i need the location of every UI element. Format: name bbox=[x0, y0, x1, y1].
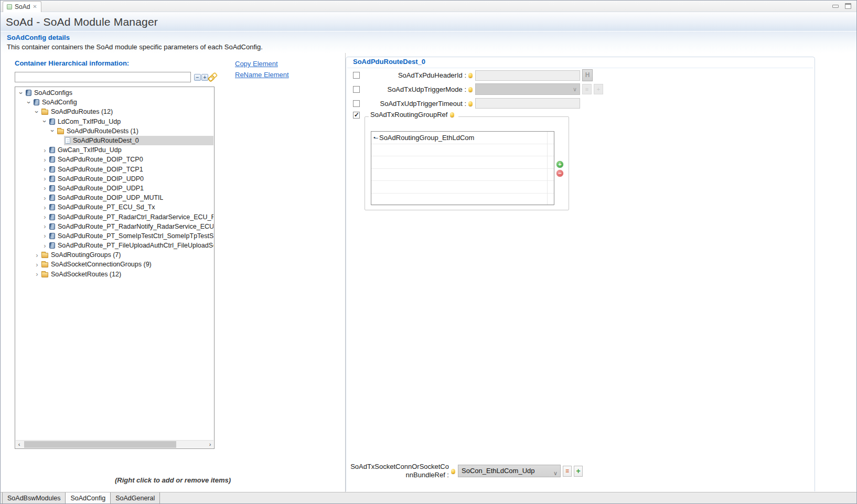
collapse-all-icon[interactable]: − bbox=[194, 74, 201, 81]
expand-all-icon[interactable]: + bbox=[201, 74, 208, 81]
tree-item[interactable]: ›SoAdPduRoutes (12) bbox=[16, 107, 213, 116]
reference-list-row[interactable] bbox=[371, 181, 554, 194]
tree-item[interactable]: ›SoAdPduRoute_DOIP_UDP1 bbox=[16, 184, 213, 193]
tree-item[interactable]: ›SoAdRoutingGroups (7) bbox=[16, 250, 213, 260]
list-options-icon[interactable]: ≡ bbox=[582, 84, 592, 94]
hex-toggle-button[interactable]: H bbox=[582, 69, 593, 81]
module-icon bbox=[49, 223, 55, 230]
udp-trigger-mode-checkbox[interactable] bbox=[353, 86, 360, 93]
bundle-ref-label: SoAdTxSocketConnOrSocketCo nnBundleRef : bbox=[336, 463, 449, 479]
chevron-collapsed-icon[interactable]: › bbox=[41, 213, 48, 220]
reference-add-icon[interactable]: + bbox=[574, 466, 583, 477]
editor-tab-soad[interactable]: SoAd ✕ bbox=[3, 1, 41, 12]
tree-item[interactable]: ›SoAdConfigs bbox=[16, 88, 213, 98]
tree-item[interactable]: ›SoAdPduRoute_PT_RadarCtrl_RadarService_… bbox=[16, 212, 213, 221]
udp-trigger-timeout-checkbox[interactable] bbox=[353, 100, 360, 107]
reference-list-row[interactable] bbox=[371, 144, 554, 157]
rename-element-link[interactable]: ReName Element bbox=[235, 71, 289, 79]
tree-item-label: SoAdPduRoute_PT_ECU_Sd_Tx bbox=[58, 203, 155, 211]
chevron-expanded-icon[interactable]: › bbox=[34, 109, 40, 115]
bottom-tab-soadgeneral[interactable]: SoAdGeneral bbox=[111, 492, 160, 504]
module-icon bbox=[34, 99, 39, 105]
chevron-collapsed-icon[interactable]: › bbox=[41, 156, 48, 163]
tree-item-label: SoAdPduRoute_DOIP_TCP0 bbox=[58, 156, 143, 163]
add-reference-icon[interactable]: + bbox=[556, 161, 563, 168]
bulb-icon bbox=[468, 101, 473, 106]
udp-trigger-mode-select[interactable]: ∨ bbox=[475, 83, 580, 95]
chevron-collapsed-icon[interactable]: › bbox=[41, 223, 48, 230]
module-icon bbox=[49, 185, 55, 191]
tree-item[interactable]: ›SoAdSocketConnectionGroups (9) bbox=[16, 260, 213, 269]
tree-item-label: GwCan_TxIfPdu_Udp bbox=[58, 146, 122, 154]
chevron-collapsed-icon[interactable]: › bbox=[41, 166, 48, 173]
maximize-icon[interactable] bbox=[845, 3, 851, 9]
reference-list-row[interactable] bbox=[371, 194, 554, 206]
tree-item[interactable]: ›SoAdPduRoute_DOIP_TCP0 bbox=[16, 155, 213, 164]
chevron-collapsed-icon[interactable]: › bbox=[41, 195, 48, 201]
chevron-collapsed-icon[interactable]: › bbox=[41, 175, 48, 182]
tree-item[interactable]: ›SoAdPduRoute_DOIP_UDP_MUTIL bbox=[16, 193, 213, 202]
reference-list-row[interactable]: SoAdRoutingGroup_EthLdCom bbox=[371, 132, 554, 144]
tree-item[interactable]: ›SoAdPduRoute_DOIP_UDP0 bbox=[16, 174, 213, 184]
form-subheader-band: SoAdConfig details This container contai… bbox=[1, 31, 856, 53]
udp-trigger-timeout-input[interactable] bbox=[475, 98, 580, 109]
folder-icon bbox=[41, 272, 48, 277]
tree-item[interactable]: ›SoAdPduRoute_PT_SomeIpTestCtrl_SomeIpTp… bbox=[16, 231, 213, 241]
field-row-pdu-header-id: SoAdTxPduHeaderId : H bbox=[353, 69, 593, 81]
tree-hint-text: (Right click to add or remove items) bbox=[1, 476, 345, 484]
chevron-collapsed-icon[interactable]: › bbox=[41, 232, 48, 239]
chevron-expanded-icon[interactable]: › bbox=[26, 99, 33, 106]
chevron-down-icon: ∨ bbox=[553, 467, 558, 479]
tree-item[interactable]: ›SoAdSocketRoutes (12) bbox=[16, 270, 213, 279]
reference-list-row[interactable] bbox=[371, 169, 554, 181]
chevron-expanded-icon[interactable]: › bbox=[18, 90, 25, 96]
tree-item[interactable]: SoAdPduRouteDest_0 bbox=[16, 136, 213, 145]
routing-group-ref-list[interactable]: SoAdRoutingGroup_EthLdCom bbox=[371, 131, 554, 205]
routing-group-ref-checkbox[interactable] bbox=[353, 112, 360, 119]
scroll-right-icon[interactable]: › bbox=[207, 441, 213, 448]
module-icon bbox=[49, 166, 55, 173]
chevron-collapsed-icon[interactable]: › bbox=[41, 204, 48, 211]
reference-list-icon[interactable]: ≡ bbox=[563, 466, 572, 477]
tree-item-label: SoAdPduRoute_DOIP_TCP1 bbox=[58, 166, 143, 173]
field-label: SoAdTxUdpTriggerMode : bbox=[362, 85, 466, 93]
tree-item[interactable]: ›GwCan_TxIfPdu_Udp bbox=[16, 145, 213, 155]
copy-element-link[interactable]: Copy Element bbox=[235, 60, 278, 68]
main-content: Container Hierarchical information: − + … bbox=[1, 53, 856, 492]
chevron-collapsed-icon[interactable]: › bbox=[41, 185, 48, 191]
minimize-icon[interactable] bbox=[832, 5, 839, 8]
remove-reference-icon[interactable]: − bbox=[556, 170, 563, 177]
reference-list-row[interactable] bbox=[371, 156, 554, 169]
chevron-collapsed-icon[interactable]: › bbox=[34, 252, 40, 259]
chevron-expanded-icon[interactable]: › bbox=[41, 118, 48, 125]
tree-filter-input[interactable] bbox=[15, 72, 191, 82]
scrollbar-thumb[interactable] bbox=[24, 441, 176, 448]
tree-item[interactable]: ›SoAdPduRoute_PT_FileUploadAuthCtrl_File… bbox=[16, 241, 213, 250]
close-icon[interactable]: ✕ bbox=[33, 4, 37, 9]
details-panel-title: SoAdPduRouteDest_0 bbox=[353, 58, 425, 66]
reference-icon bbox=[373, 134, 378, 141]
bottom-tab-soadbswmodules[interactable]: SoAdBswModules bbox=[2, 492, 66, 504]
chevron-collapsed-icon[interactable]: › bbox=[34, 261, 40, 268]
pdu-header-id-checkbox[interactable] bbox=[353, 72, 360, 79]
scroll-left-icon[interactable]: ‹ bbox=[16, 441, 23, 448]
tree-horizontal-scrollbar[interactable]: ‹ › bbox=[16, 440, 213, 448]
tree-item[interactable]: ›SoAdConfig bbox=[16, 98, 213, 107]
chevron-expanded-icon[interactable]: › bbox=[49, 127, 56, 134]
tree-item[interactable]: ›SoAdPduRoute_PT_ECU_Sd_Tx bbox=[16, 202, 213, 212]
add-option-icon[interactable]: + bbox=[594, 84, 603, 94]
link-with-editor-icon[interactable] bbox=[208, 73, 216, 80]
tree-item[interactable]: ›LdCom_TxIfPdu_Udp bbox=[16, 117, 213, 126]
tree-item[interactable]: ›SoAdPduRoute_DOIP_TCP1 bbox=[16, 165, 213, 174]
tree-item[interactable]: ›SoAdPduRoute_PT_RadarNotify_RadarServic… bbox=[16, 222, 213, 231]
bundle-ref-select[interactable]: SoCon_EthLdCom_Udp ∨ bbox=[458, 465, 561, 477]
pdu-header-id-input[interactable] bbox=[475, 70, 580, 81]
chevron-collapsed-icon[interactable]: › bbox=[34, 271, 40, 277]
tree-item[interactable]: ›SoAdPduRouteDests (1) bbox=[16, 126, 213, 136]
container-hierarchy-tree: ›SoAdConfigs›SoAdConfig›SoAdPduRoutes (1… bbox=[15, 87, 215, 449]
chevron-collapsed-icon[interactable]: › bbox=[41, 242, 48, 249]
bottom-tab-soadconfig[interactable]: SoAdConfig bbox=[66, 492, 111, 504]
editor-icon bbox=[7, 4, 12, 9]
chevron-collapsed-icon[interactable]: › bbox=[41, 147, 48, 154]
tree-item-label: SoAdSocketConnectionGroups (9) bbox=[51, 261, 152, 268]
